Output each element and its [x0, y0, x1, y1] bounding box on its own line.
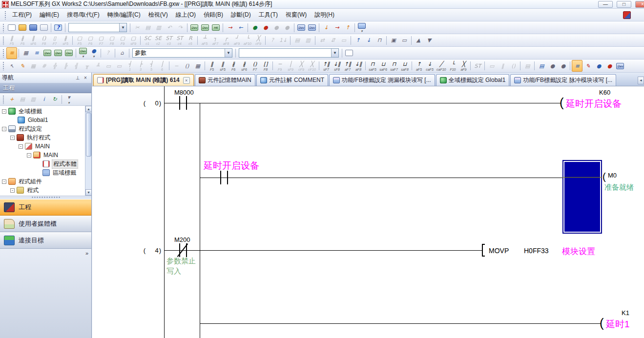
- tool-ladder-coil-button[interactable]: ()F8: [39, 35, 49, 46]
- tool-sfc-step-button[interactable]: ▢F5: [74, 35, 85, 46]
- tree-expander-icon[interactable]: -: [2, 179, 6, 184]
- tree-expander-icon[interactable]: -: [10, 136, 15, 140]
- tool-sort-ascending-button[interactable]: 1↓: [278, 35, 289, 46]
- tool-ladder-close-branch-button[interactable]: ∦sF5: [60, 35, 71, 46]
- tool-batch-monitor-window-button[interactable]: ▤: [292, 35, 303, 46]
- tree-expander-icon[interactable]: -: [27, 153, 31, 158]
- tool-horizontal-line-button[interactable]: ─F9: [274, 60, 285, 72]
- tool-sfc-trans-button[interactable]: ▢F9: [117, 35, 128, 46]
- tool-document-list-button[interactable]: ▤: [536, 60, 547, 72]
- tab-4[interactable]: 全域標籤設定 Global1: [436, 74, 510, 86]
- menu-project[interactable]: 工程(P): [8, 9, 36, 20]
- tool-cross-reference-button[interactable]: ⌂: [117, 47, 127, 59]
- tool-read-from-plc-button[interactable]: ←: [235, 22, 246, 34]
- tool-help-button[interactable]: ?: [53, 22, 63, 34]
- tool-device-display-button[interactable]: Dev▾: [78, 47, 88, 59]
- toolbar-combobox[interactable]: 參數▼: [132, 48, 232, 58]
- tool-monitor-stop-button[interactable]: ●: [260, 22, 271, 34]
- tool-watch-window1-button[interactable]: ●: [593, 60, 604, 72]
- tool-pulse-rise-button[interactable]: ↑‖sF7: [321, 60, 332, 72]
- tool-line-vert-button[interactable]: ┴aF5: [199, 35, 210, 46]
- tool-monitor-resume-button[interactable]: ●: [282, 22, 292, 34]
- tree-expander-icon[interactable]: -: [19, 144, 23, 149]
- menu-debug[interactable]: 偵錯(B): [200, 9, 227, 20]
- tool-invert-result-button[interactable]: ╱caF10: [435, 60, 447, 72]
- chevron-down-icon[interactable]: ▾: [82, 55, 84, 58]
- tool-row-insert-button[interactable]: ╥: [82, 60, 92, 72]
- tool-find-device-window-button[interactable]: ▥: [303, 35, 313, 46]
- tool-paste-button[interactable]: ▥: [153, 22, 164, 34]
- tool-line-delete-button[interactable]: ╳cF9: [253, 35, 264, 46]
- tool-new-item-button[interactable]: +: [6, 94, 17, 105]
- tool-device-comment-x-button[interactable]: Dev: [189, 22, 200, 34]
- tool-sfc-end-button[interactable]: ▢F8: [106, 35, 117, 46]
- tool-ladder-open-contact-button[interactable]: ‖F5: [6, 35, 17, 46]
- tab-5[interactable]: 功能/FB標籤設定 脉冲模块读写 [...: [510, 74, 616, 86]
- tool-wave-rise-button[interactable]: ↑: [353, 35, 363, 46]
- chevron-down-icon[interactable]: ▼: [119, 23, 126, 32]
- tool-jump-window-button[interactable]: ▭: [399, 35, 410, 46]
- tool-ladder-close-contact-button[interactable]: ∦F6: [17, 35, 28, 46]
- tool-chip-tool-button[interactable]: ▦: [192, 60, 203, 72]
- tool-grid-edit-button[interactable]: #: [39, 60, 49, 72]
- tool-contact-close-parallel-button[interactable]: ∦sF6: [239, 60, 249, 72]
- nav-button-connect-destination[interactable]: 連接目標: [0, 232, 91, 249]
- tab-scroll-left-icon[interactable]: ◄: [638, 77, 644, 84]
- tool-application-instruction-button[interactable]: []F8: [260, 60, 271, 72]
- tool-screen-split-button[interactable]: ▭: [103, 60, 114, 72]
- tree-scrollbar[interactable]: ▲ ▼: [85, 106, 91, 196]
- tool-delete-h-line-button[interactable]: ╳cF9: [296, 60, 307, 72]
- tool-inline-st-box-button[interactable]: ▭: [486, 60, 497, 72]
- tool-document-find-button[interactable]: ●: [547, 60, 558, 72]
- tool-redo-button[interactable]: ↷: [175, 22, 186, 34]
- tool-pulse-rise-close-parallel-button[interactable]: ⊓saF7: [389, 60, 399, 72]
- maximize-button[interactable]: □: [617, 1, 631, 8]
- minimize-button[interactable]: —: [598, 1, 613, 8]
- toolbar-combobox[interactable]: ▼: [68, 23, 127, 32]
- tool-wire-6-button[interactable]: │6: [157, 60, 167, 72]
- tool-write-to-plc-button[interactable]: →: [225, 22, 235, 34]
- pin-icon[interactable]: ⊥: [74, 74, 82, 82]
- tool-find-in-document-button[interactable]: [344, 47, 354, 59]
- tool-comment-display-button[interactable]: ⇄: [317, 35, 328, 46]
- tree-item-MAIN[interactable]: -MAIN: [0, 195, 85, 196]
- chevron-down-icon[interactable]: ▾: [68, 101, 70, 104]
- ladder-selection-cursor[interactable]: [562, 160, 602, 234]
- tool-zoom-footer-button[interactable]: ▼: [424, 35, 435, 46]
- tool-device-hk-button[interactable]: HK: [210, 22, 221, 34]
- tool-print-button[interactable]: [39, 22, 49, 34]
- tool-sfc-block-button[interactable]: ▢F6: [85, 35, 96, 46]
- tool-delete-v-line-button[interactable]: ╳cF10: [307, 60, 317, 72]
- tool-sort-menu-button[interactable]: ▾▾: [63, 94, 74, 105]
- tool-monitor-pause-button[interactable]: ●: [271, 22, 282, 34]
- tool-device-batch-monitor-button[interactable]: Dev: [296, 22, 307, 34]
- tree-item-程式[interactable]: -程式: [0, 186, 85, 195]
- tool-jump-find-button[interactable]: ▣: [388, 35, 399, 46]
- tool-contact-open-button[interactable]: ‖F5: [207, 60, 217, 72]
- menu-tool[interactable]: 工具(T): [255, 9, 282, 20]
- tool-undo-button[interactable]: ↶: [164, 22, 175, 34]
- menu-online[interactable]: 線上(O): [172, 9, 200, 20]
- tool-device-monitor-button[interactable]: Dev: [200, 22, 210, 34]
- scrollbar-thumb[interactable]: [86, 113, 91, 157]
- tool-line-end-button[interactable]: └F10: [447, 60, 458, 72]
- tool-function-block-selection-button[interactable]: ▦: [21, 47, 31, 59]
- tool-fall-convert-button[interactable]: ↓caF5: [424, 60, 435, 72]
- tool-find-tool-button[interactable]: ●▾: [88, 47, 99, 59]
- tool-screen-color-button[interactable]: ▭: [114, 60, 125, 72]
- tool-line-corner2-button[interactable]: ┌aF8: [221, 35, 231, 46]
- tool-wire-1-button[interactable]: ┤1: [125, 60, 135, 72]
- scroll-up-icon[interactable]: ▲: [85, 106, 91, 112]
- tool-sfc-rr-button[interactable]: Rc5: [185, 35, 196, 46]
- chevron-down-icon[interactable]: ▼: [331, 49, 338, 57]
- tool-device-reference-button[interactable]: Dev: [63, 47, 74, 59]
- tool-line-corner4-button[interactable]: └aF10: [242, 35, 253, 46]
- tab-2[interactable]: 元件註解 COMMENT: [256, 74, 328, 86]
- tool-paste-item-button[interactable]: ▥: [28, 94, 39, 105]
- tool-contact-open-parallel-button[interactable]: ‖sF5: [217, 60, 228, 72]
- overflow-chevron-icon[interactable]: »: [85, 250, 88, 256]
- tool-parameter-write-button[interactable]: →: [332, 22, 342, 34]
- tool-refresh-button[interactable]: ↻: [49, 94, 60, 105]
- close-button[interactable]: ×: [635, 1, 644, 8]
- tool-pulse-view-button[interactable]: ⊓: [374, 35, 385, 46]
